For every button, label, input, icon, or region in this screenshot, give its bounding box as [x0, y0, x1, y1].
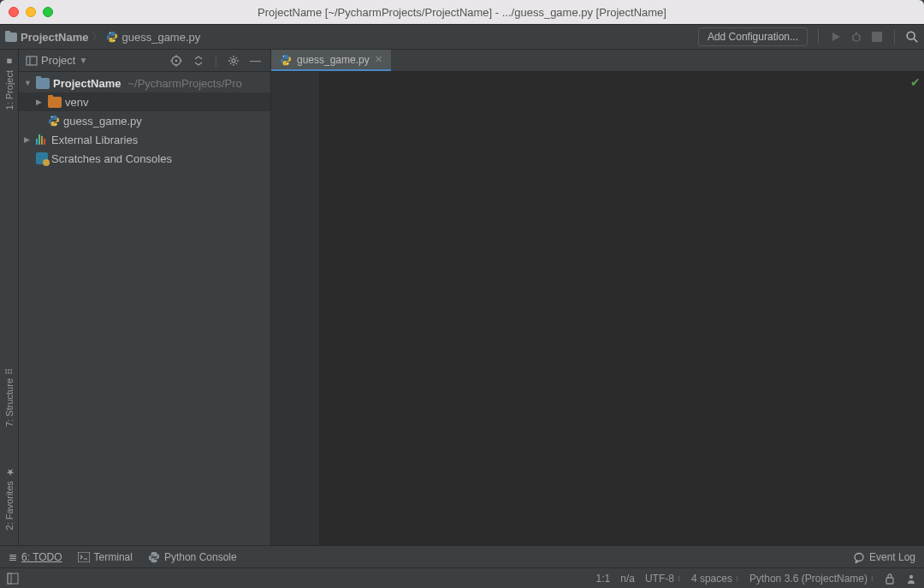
python-file-icon	[280, 54, 292, 66]
project-view-icon	[26, 55, 38, 67]
event-log-button[interactable]: Event Log	[853, 551, 915, 563]
debug-icon[interactable]	[850, 30, 863, 44]
python-icon	[148, 551, 160, 563]
stop-icon[interactable]	[870, 30, 884, 44]
project-panel-title[interactable]: Project ▼	[26, 54, 87, 67]
run-icon[interactable]	[829, 30, 843, 44]
svg-point-23	[287, 62, 288, 63]
rail-project[interactable]: 1: Project ■	[3, 50, 16, 116]
terminal-icon	[78, 552, 90, 562]
expand-arrow-icon[interactable]: ▼	[24, 79, 33, 87]
settings-icon[interactable]	[225, 55, 242, 67]
minimize-icon[interactable]: —	[247, 54, 264, 67]
tree-file[interactable]: guess_game.py	[19, 111, 270, 130]
svg-point-25	[855, 553, 863, 561]
editor-tabbar: guess_game.py ✕	[271, 50, 924, 72]
breadcrumb-separator: 〉	[92, 29, 103, 45]
window-title: ProjectName [~/PycharmProjects/ProjectNa…	[0, 6, 924, 19]
svg-rect-27	[8, 573, 11, 584]
tree-scratches-label: Scratches and Consoles	[51, 152, 172, 165]
tree-external-label: External Libraries	[51, 134, 138, 146]
rail-project-label: 1: Project	[4, 70, 15, 110]
separator	[818, 29, 819, 45]
svg-line-5	[859, 36, 861, 37]
breadcrumb: ProjectName 〉 guess_game.py	[5, 29, 698, 45]
tree-root-path: ~/PycharmProjects/Pro	[127, 77, 241, 90]
editor-area: guess_game.py ✕ ✔	[271, 50, 924, 545]
titlebar: ProjectName [~/PycharmProjects/ProjectNa…	[0, 0, 924, 24]
hector-icon[interactable]	[905, 573, 917, 585]
separator	[894, 29, 895, 45]
libraries-icon	[36, 134, 48, 145]
expand-arrow-icon[interactable]: ▶	[36, 98, 44, 106]
status-bar: 1:1 n/a UTF-8 4 spaces Python 3.6 (Proje…	[0, 567, 924, 588]
svg-rect-28	[886, 578, 893, 584]
close-tab-icon[interactable]: ✕	[375, 54, 382, 65]
status-indent[interactable]: 4 spaces	[691, 573, 739, 585]
status-caret-position[interactable]: 1:1	[596, 573, 611, 585]
todo-label: 6: TODO	[21, 551, 62, 563]
svg-point-14	[175, 59, 177, 62]
svg-rect-26	[8, 573, 18, 584]
locate-icon[interactable]	[168, 55, 185, 67]
project-panel: Project ▼ | — ▼ ProjectName ~/PycharmPro…	[19, 50, 271, 545]
lock-icon[interactable]	[885, 573, 895, 585]
tree-root-label: ProjectName	[53, 77, 121, 90]
breadcrumb-file[interactable]: guess_game.py	[106, 31, 200, 44]
bottom-tool-bar: ≣ 6: TODO Terminal Python Console Event …	[0, 545, 924, 567]
tree-root[interactable]: ▼ ProjectName ~/PycharmProjects/Pro	[19, 74, 270, 92]
svg-line-7	[859, 39, 861, 40]
editor-tab-label: guess_game.py	[297, 54, 370, 66]
status-encoding[interactable]: UTF-8	[645, 573, 681, 585]
breadcrumb-project-label: ProjectName	[21, 31, 88, 44]
svg-line-10	[914, 39, 917, 42]
tree-file-label: guess_game.py	[63, 115, 142, 128]
event-log-icon	[853, 551, 865, 563]
tree-venv-label: venv	[65, 96, 88, 109]
folder-icon	[5, 33, 17, 42]
rail-favorites-label: 2: Favorites	[4, 481, 15, 530]
inspection-ok-icon[interactable]: ✔	[910, 75, 921, 89]
svg-point-1	[114, 40, 115, 41]
svg-point-20	[51, 116, 52, 117]
expand-arrow-icon[interactable]: ▶	[24, 135, 33, 144]
status-tool-windows-icon[interactable]	[7, 573, 19, 585]
console-label: Python Console	[164, 551, 237, 563]
search-icon[interactable]	[905, 30, 919, 44]
breadcrumb-file-label: guess_game.py	[121, 31, 200, 44]
svg-point-22	[283, 55, 284, 56]
svg-point-0	[110, 33, 110, 33]
rail-structure[interactable]: 7: Structure ⠿	[2, 361, 16, 434]
project-tree: ▼ ProjectName ~/PycharmProjects/Pro ▶ ve…	[19, 72, 270, 168]
list-icon: ≣	[9, 551, 17, 563]
status-interpreter[interactable]: Python 3.6 (ProjectName)	[749, 573, 874, 585]
svg-point-9	[907, 32, 915, 39]
scratches-icon	[36, 152, 48, 164]
tree-scratches[interactable]: Scratches and Consoles	[19, 149, 270, 168]
svg-rect-8	[872, 32, 882, 42]
python-file-icon	[48, 115, 60, 127]
editor-tab[interactable]: guess_game.py ✕	[271, 50, 391, 71]
status-line-separator[interactable]: n/a	[620, 573, 635, 585]
svg-rect-24	[78, 552, 90, 562]
svg-point-2	[853, 34, 860, 41]
add-configuration-button[interactable]: Add Configuration...	[698, 27, 808, 46]
tree-venv[interactable]: ▶ venv	[19, 92, 270, 111]
collapse-icon[interactable]	[190, 55, 207, 67]
left-tool-rail: 1: Project ■ 7: Structure ⠿ 2: Favorites…	[0, 50, 19, 545]
folder-icon	[36, 78, 50, 89]
event-log-label: Event Log	[869, 551, 915, 563]
python-console-button[interactable]: Python Console	[148, 551, 237, 563]
rail-structure-label: 7: Structure	[4, 378, 15, 427]
rail-favorites[interactable]: 2: Favorites ★	[2, 460, 16, 537]
tree-external-libraries[interactable]: ▶ External Libraries	[19, 130, 270, 149]
svg-line-4	[852, 36, 854, 37]
terminal-tool-button[interactable]: Terminal	[78, 551, 133, 563]
folder-icon	[48, 97, 62, 108]
separator: |	[212, 54, 220, 67]
todo-tool-button[interactable]: ≣ 6: TODO	[9, 551, 62, 563]
editor-body[interactable]: ✔	[271, 72, 924, 545]
svg-line-6	[852, 39, 854, 40]
navbar-actions: Add Configuration...	[698, 27, 919, 46]
breadcrumb-project[interactable]: ProjectName	[5, 31, 88, 44]
